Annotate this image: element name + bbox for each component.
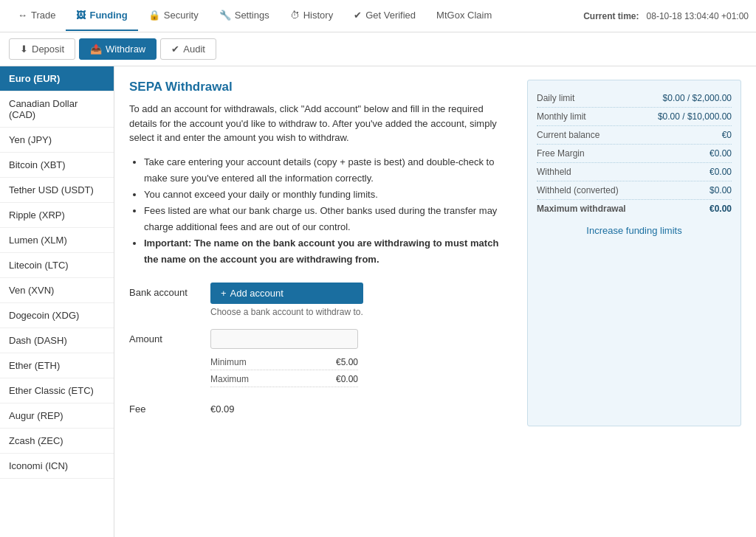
- sidebar-item[interactable]: Zcash (ZEC): [0, 429, 114, 454]
- panel-label: Withheld: [537, 167, 571, 177]
- panel-label: Daily limit: [537, 93, 574, 103]
- panel-row: Monthly limit$0.00 / $10,000.00: [537, 108, 732, 126]
- nav-get-verified[interactable]: ✔ Get Verified: [343, 1, 426, 31]
- currency-sidebar: Euro (EUR)Canadian Dollar (CAD)Yen (JPY)…: [0, 66, 114, 537]
- panel-row: Withheld (converted)$0.00: [537, 181, 732, 200]
- amount-input[interactable]: [210, 329, 358, 349]
- sidebar-item[interactable]: Ether (ETH): [0, 353, 114, 378]
- amount-label: Amount: [129, 329, 203, 344]
- minimum-value: €5.00: [336, 357, 358, 367]
- sidebar-item[interactable]: Ether Classic (ETC): [0, 378, 114, 403]
- sidebar-item[interactable]: Litecoin (LTC): [0, 253, 114, 278]
- bullet-item: Fees listed are what our bank charge us.…: [144, 203, 512, 235]
- main-layout: Euro (EUR)Canadian Dollar (CAD)Yen (JPY)…: [0, 66, 756, 537]
- sidebar-item[interactable]: Dash (DASH): [0, 328, 114, 353]
- minimum-label: Minimum: [210, 357, 247, 367]
- funding-icon: 🖼: [76, 10, 86, 21]
- sidebar-item[interactable]: Bitcoin (XBT): [0, 153, 114, 178]
- plus-icon: +: [221, 288, 227, 299]
- panel-value: €0: [722, 130, 732, 140]
- bank-account-right: + Add account Choose a bank account to w…: [210, 283, 363, 317]
- add-account-label: Add account: [230, 288, 284, 299]
- sidebar-item[interactable]: Lumen (XLM): [0, 228, 114, 253]
- panel-row: Free Margin€0.00: [537, 145, 732, 163]
- panel-label: Monthly limit: [537, 111, 586, 122]
- maximum-row: Maximum €0.00: [210, 372, 358, 387]
- limits-panel: Daily limit$0.00 / $2,000.00Monthly limi…: [527, 80, 741, 426]
- sidebar-item[interactable]: Iconomi (ICN): [0, 454, 114, 479]
- panel-value: $0.00 / $2,000.00: [663, 93, 732, 103]
- fee-value: €0.09: [210, 399, 235, 415]
- bullet-item: Important: The name on the bank account …: [144, 235, 512, 268]
- sidebar-item[interactable]: Ripple (XRP): [0, 203, 114, 228]
- nav-settings[interactable]: 🔧 Settings: [209, 1, 280, 31]
- nav-items: ↔ Trade 🖼 Funding 🔒 Security 🔧 Settings …: [7, 1, 502, 31]
- page-description: To add an account for withdrawals, click…: [129, 102, 512, 145]
- sidebar-item[interactable]: Yen (JPY): [0, 128, 114, 153]
- nav-security[interactable]: 🔒 Security: [138, 1, 209, 31]
- panel-row: Maximum withdrawal€0.00: [537, 200, 732, 218]
- panel-value: $0.00 / $10,000.00: [658, 111, 732, 122]
- current-time: Current time: 08-10-18 13:04:40 +01:00: [583, 11, 749, 21]
- content-body: SEPA Withdrawal To add an account for wi…: [129, 80, 741, 426]
- maximum-value: €0.00: [336, 374, 358, 384]
- sidebar-item[interactable]: Dogecoin (XDG): [0, 303, 114, 328]
- bank-account-row: Bank account + Add account Choose a bank…: [129, 283, 512, 317]
- sidebar-item[interactable]: Canadian Dollar (CAD): [0, 91, 114, 128]
- nav-mtgox[interactable]: MtGox Claim: [426, 1, 502, 31]
- audit-icon: ✔: [171, 44, 179, 55]
- panel-label: Withheld (converted): [537, 185, 619, 195]
- sidebar-item[interactable]: Tether USD (USDT): [0, 178, 114, 203]
- amount-row: Amount Minimum €5.00 Maximum €0.00: [129, 329, 512, 387]
- deposit-button[interactable]: ⬇ Deposit: [9, 38, 75, 60]
- lock-icon: 🔒: [148, 10, 160, 21]
- add-account-button[interactable]: + Add account: [210, 283, 363, 304]
- amount-right: Minimum €5.00 Maximum €0.00: [210, 329, 358, 387]
- bullet-list: Take care entering your account details …: [144, 154, 512, 268]
- panel-label: Current balance: [537, 130, 599, 140]
- wrench-icon: 🔧: [219, 10, 231, 21]
- sidebar-item[interactable]: Ven (XVN): [0, 278, 114, 303]
- top-navigation: ↔ Trade 🖼 Funding 🔒 Security 🔧 Settings …: [0, 0, 756, 32]
- content-left: SEPA Withdrawal To add an account for wi…: [129, 80, 512, 426]
- audit-button[interactable]: ✔ Audit: [160, 38, 216, 60]
- panel-row: Current balance€0: [537, 126, 732, 145]
- withdraw-button[interactable]: 📤 Withdraw: [79, 38, 157, 60]
- withdraw-icon: 📤: [90, 44, 102, 55]
- panel-value: €0.00: [709, 167, 732, 177]
- amount-limits: Minimum €5.00 Maximum €0.00: [210, 355, 358, 387]
- bank-account-label: Bank account: [129, 283, 203, 298]
- panel-label: Maximum withdrawal: [537, 204, 626, 214]
- panel-row: Withheld€0.00: [537, 163, 732, 181]
- minimum-row: Minimum €5.00: [210, 355, 358, 370]
- page-title: SEPA Withdrawal: [129, 80, 512, 94]
- choose-account-text: Choose a bank account to withdraw to.: [210, 307, 363, 317]
- sidebar-item[interactable]: Euro (EUR): [0, 66, 114, 91]
- sidebar-item[interactable]: Augur (REP): [0, 403, 114, 429]
- panel-value: $0.00: [709, 185, 732, 195]
- panel-row: Daily limit$0.00 / $2,000.00: [537, 89, 732, 108]
- nav-funding[interactable]: 🖼 Funding: [66, 1, 137, 31]
- bullet-item: Take care entering your account details …: [144, 154, 512, 187]
- trade-icon: ↔: [18, 10, 27, 21]
- sub-navigation: ⬇ Deposit 📤 Withdraw ✔ Audit: [0, 32, 756, 66]
- panel-label: Free Margin: [537, 148, 585, 159]
- nav-history[interactable]: ⏱ History: [280, 1, 343, 31]
- panel-value: €0.00: [709, 148, 732, 159]
- nav-trade[interactable]: ↔ Trade: [7, 1, 66, 31]
- increase-funding-link[interactable]: Increase funding limits: [537, 225, 732, 236]
- bullet-item: You cannot exceed your daily or monthly …: [144, 187, 512, 203]
- content-area: SEPA Withdrawal To add an account for wi…: [114, 66, 756, 537]
- panel-value: €0.00: [709, 204, 732, 214]
- deposit-icon: ⬇: [20, 44, 28, 55]
- withdrawal-form: Bank account + Add account Choose a bank…: [129, 283, 512, 415]
- check-icon: ✔: [354, 10, 362, 21]
- maximum-label: Maximum: [210, 374, 249, 384]
- fee-row: Fee €0.09: [129, 399, 512, 415]
- fee-label: Fee: [129, 399, 203, 415]
- clock-icon: ⏱: [290, 10, 300, 21]
